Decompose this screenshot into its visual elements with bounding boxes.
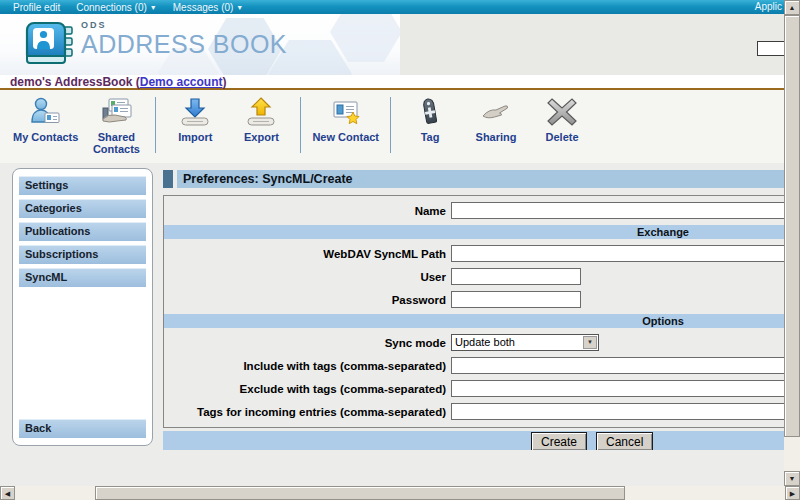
toolbar-separator xyxy=(300,97,301,153)
brand-text: ODS ADDRESS BOOK xyxy=(81,21,287,57)
connections-menu[interactable]: Connections (0) xyxy=(76,2,157,13)
sidebar-item-syncml[interactable]: SyncML xyxy=(19,268,146,287)
toolbar-separator xyxy=(390,97,391,153)
app-banner: ODS ADDRESS BOOK xyxy=(0,14,800,75)
breadcrumb: demo's AddressBook (Demo account) xyxy=(0,75,800,90)
sync-mode-label: Sync mode xyxy=(164,337,451,349)
name-label: Name xyxy=(164,205,451,217)
incoming-tags-input[interactable] xyxy=(451,403,784,420)
export-button[interactable]: Export xyxy=(233,95,289,143)
delete-icon xyxy=(545,95,579,129)
toolbar-item-label: Shared Contacts xyxy=(90,131,142,155)
brand-app-name: ADDRESS BOOK xyxy=(81,32,287,57)
create-button[interactable]: Create xyxy=(531,432,587,450)
section-exchange: Exchange xyxy=(164,225,784,239)
password-input[interactable] xyxy=(451,291,581,308)
sync-mode-select[interactable]: Update both xyxy=(451,334,599,351)
delete-button[interactable]: Delete xyxy=(534,95,590,143)
top-menu-left: Profile edit Connections (0) Messages (0… xyxy=(0,2,243,13)
my-contacts-icon xyxy=(29,95,63,129)
panel-header: Preferences: SyncML/Create xyxy=(163,170,784,188)
hexagon-decoration xyxy=(330,14,400,62)
shared-contacts-icon xyxy=(99,95,133,129)
brand-product-name: ODS xyxy=(81,21,287,30)
page-title: Preferences: SyncML/Create xyxy=(177,170,784,188)
name-input[interactable] xyxy=(451,202,784,219)
exclude-tags-input[interactable] xyxy=(451,380,784,397)
toolbar-item-label: Export xyxy=(244,131,279,143)
scroll-up-icon[interactable] xyxy=(784,0,800,15)
cancel-button[interactable]: Cancel xyxy=(596,432,653,450)
vertical-scrollbar[interactable] xyxy=(784,0,800,486)
webdav-path-label: WebDAV SyncML Path xyxy=(164,248,451,260)
scroll-right-icon[interactable] xyxy=(785,486,800,500)
new-contact-button[interactable]: New Contact xyxy=(312,95,379,143)
vertical-scroll-thumb[interactable] xyxy=(784,15,800,437)
sidebar-item-publications[interactable]: Publications xyxy=(19,222,146,241)
form-button-bar: Create Cancel xyxy=(163,431,784,450)
toolbar-separator xyxy=(155,97,156,153)
exclude-tags-label: Exclude with tags (comma-separated) xyxy=(164,383,451,395)
scroll-down-icon[interactable] xyxy=(784,471,800,486)
toolbar-item-label: Import xyxy=(178,131,212,143)
address-book-icon xyxy=(24,20,76,68)
sidebar: Settings Categories Publications Subscri… xyxy=(12,168,153,446)
my-contacts-button[interactable]: My Contacts xyxy=(13,95,78,143)
back-button[interactable]: Back xyxy=(19,419,146,438)
sidebar-item-categories[interactable]: Categories xyxy=(19,199,146,218)
scroll-left-icon[interactable] xyxy=(0,486,15,500)
chevron-down-icon[interactable] xyxy=(583,336,597,349)
profile-edit-link[interactable]: Profile edit xyxy=(13,2,60,13)
user-input[interactable] xyxy=(451,268,581,285)
sharing-button[interactable]: Sharing xyxy=(468,95,524,143)
password-label: Password xyxy=(164,294,451,306)
user-label: User xyxy=(164,271,451,283)
top-menu-bar: Profile edit Connections (0) Messages (0… xyxy=(0,0,800,14)
webdav-syncml-path-input[interactable] xyxy=(451,245,784,262)
toolbar-item-label: Tag xyxy=(421,131,440,143)
import-button[interactable]: Import xyxy=(167,95,223,143)
account-link[interactable]: Demo account xyxy=(140,75,223,89)
horizontal-scrollbar[interactable] xyxy=(0,486,800,500)
sidebar-spacer xyxy=(19,291,146,419)
sync-mode-value: Update both xyxy=(455,336,515,348)
horizontal-scroll-thumb[interactable] xyxy=(95,486,625,500)
sidebar-item-subscriptions[interactable]: Subscriptions xyxy=(19,245,146,264)
toolbar-item-label: My Contacts xyxy=(13,131,78,143)
export-icon xyxy=(244,95,278,129)
sidebar-item-settings[interactable]: Settings xyxy=(19,176,146,195)
include-tags-input[interactable] xyxy=(451,357,784,374)
tag-icon xyxy=(413,95,447,129)
applications-link[interactable]: Applic xyxy=(755,1,782,12)
section-options: Options xyxy=(164,314,784,328)
shared-contacts-button[interactable]: Shared Contacts xyxy=(88,95,144,155)
breadcrumb-owner: demo's AddressBook ( xyxy=(10,75,140,89)
include-tags-label: Include with tags (comma-separated) xyxy=(164,360,451,372)
toolbar-item-label: Delete xyxy=(546,131,579,143)
toolbar: My Contacts Shared Contacts Import xyxy=(0,90,800,163)
toolbar-item-label: New Contact xyxy=(312,131,379,143)
new-contact-icon xyxy=(329,95,363,129)
messages-menu[interactable]: Messages (0) xyxy=(173,2,244,13)
banner-art: ODS ADDRESS BOOK xyxy=(0,14,400,75)
toolbar-item-label: Sharing xyxy=(476,131,517,143)
breadcrumb-suffix: ) xyxy=(222,75,226,89)
syncml-form: Name Exchange WebDAV SyncML Path User Pa… xyxy=(163,195,784,428)
incoming-tags-label: Tags for incoming entries (comma-separat… xyxy=(164,406,451,418)
sharing-icon xyxy=(479,95,513,129)
import-icon xyxy=(178,95,212,129)
panel-header-accent xyxy=(163,170,173,188)
tag-button[interactable]: Tag xyxy=(402,95,458,143)
main-panel: Preferences: SyncML/Create Name Exchange… xyxy=(163,170,784,450)
